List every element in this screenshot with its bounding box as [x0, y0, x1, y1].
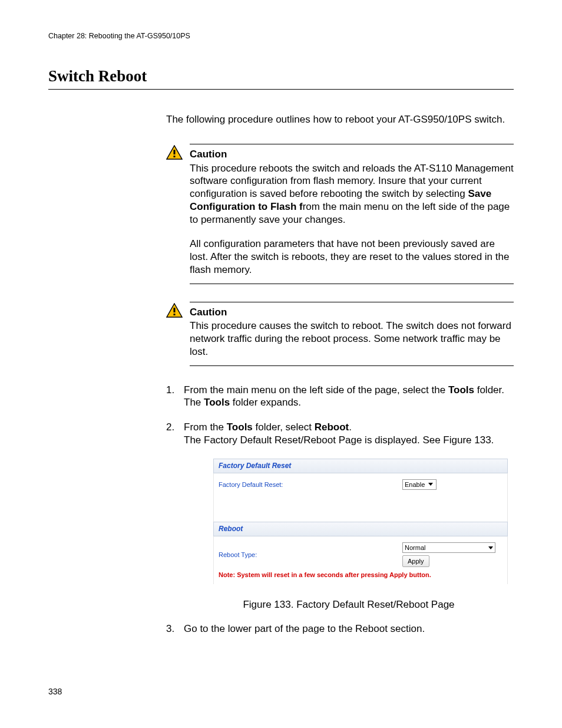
select-value: Normal — [405, 543, 425, 552]
svg-rect-2 — [174, 156, 176, 157]
step1-a: From the main menu on the left side of t… — [184, 384, 448, 396]
caution-title: Caution — [190, 306, 514, 319]
step2-c: . — [349, 421, 352, 433]
section-title: Switch Reboot — [48, 67, 514, 90]
step1-l2bold: Tools — [204, 397, 230, 408]
step1-l2b: folder expands. — [230, 397, 301, 408]
reboot-header: Reboot — [213, 522, 508, 536]
reset-note: Note: System will reset in a few seconds… — [219, 571, 503, 579]
step2-bold2: Reboot — [315, 421, 349, 433]
figure-caption: Figure 133. Factory Default Reset/Reboot… — [184, 598, 514, 611]
warning-icon — [166, 303, 190, 322]
caution1-p1a: This procedure reboots the switch and re… — [190, 163, 514, 200]
svg-rect-5 — [174, 314, 176, 315]
caution1-p2: All configuration parameters that have n… — [190, 238, 514, 276]
svg-rect-1 — [174, 150, 176, 154]
factory-default-reset-header: Factory Default Reset — [213, 459, 508, 473]
factory-default-reset-label: Factory Default Reset: — [219, 480, 283, 489]
step2-a: From the — [184, 421, 227, 433]
step2-b: folder, select — [253, 421, 315, 433]
caution-text: This procedure reboots the switch and re… — [190, 162, 514, 276]
step1-b: folder. — [474, 384, 504, 396]
reboot-type-select[interactable]: Normal — [402, 542, 495, 553]
reboot-type-label: Reboot Type: — [219, 551, 257, 559]
warning-icon — [166, 145, 190, 164]
page-number: 338 — [48, 687, 62, 696]
select-value: Enable — [405, 480, 425, 489]
chapter-header: Chapter 28: Rebooting the AT-GS950/10PS — [48, 32, 514, 40]
chevron-down-icon — [428, 483, 433, 486]
step-3: 3. Go to the lower part of the page to t… — [166, 622, 514, 635]
figure-133: Factory Default Reset Factory Default Re… — [213, 459, 508, 584]
step2-line2: The Factory Default Reset/Reboot Page is… — [184, 434, 494, 446]
step-number: 1. — [166, 384, 174, 397]
step1-bold: Tools — [448, 384, 474, 396]
caution-callout-1: Caution This procedure reboots the switc… — [166, 144, 514, 284]
step3-text: Go to the lower part of the page to the … — [184, 623, 425, 634]
apply-button[interactable]: Apply — [402, 555, 429, 567]
intro-paragraph: The following procedure outlines how to … — [166, 113, 514, 126]
caution-callout-2: Caution This procedure causes the switch… — [166, 302, 514, 366]
chevron-down-icon — [488, 546, 493, 549]
step-2: 2. From the Tools folder, select Reboot.… — [166, 421, 514, 611]
step-number: 3. — [166, 622, 174, 635]
factory-default-reset-select[interactable]: Enable — [402, 479, 437, 490]
step2-bold1: Tools — [227, 421, 253, 433]
caution-title: Caution — [190, 148, 514, 161]
step-1: 1. From the main menu on the left side o… — [166, 384, 514, 410]
step1-l2a: The — [184, 397, 204, 408]
step-number: 2. — [166, 421, 174, 434]
caution-text: This procedure causes the switch to rebo… — [190, 319, 514, 358]
svg-rect-4 — [174, 308, 176, 312]
